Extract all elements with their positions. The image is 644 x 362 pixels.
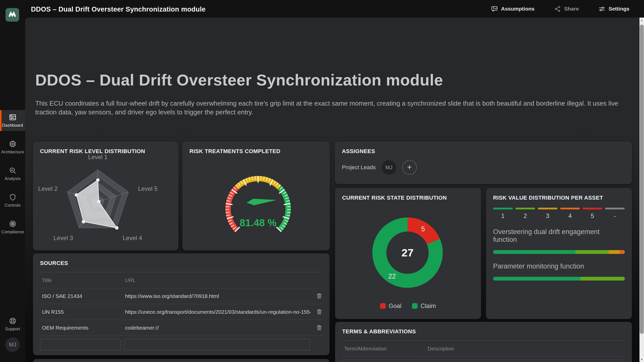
share-icon — [554, 6, 561, 12]
card-title: TERMS & ABBREVIATIONS — [342, 328, 625, 335]
sidebar-item-label: Compliance — [1, 230, 24, 235]
risk-legend-item: 5 — [583, 208, 602, 219]
risk-legend-item: 1 — [493, 208, 513, 219]
legend-label: Claim — [421, 302, 436, 309]
legend-level-label: - — [614, 212, 616, 219]
column-header: Title — [40, 277, 123, 283]
risk-legend-item: 4 — [560, 208, 580, 219]
vertical-scrollbar[interactable]: ▲ ▼ — [639, 18, 644, 362]
risk-treatments-card: RISK TREATMENTS COMPLETED 81.48 % — [182, 142, 330, 250]
settings-icon — [598, 6, 605, 12]
legend-color-line — [605, 208, 625, 209]
compliance-icon — [9, 220, 17, 228]
bar-segment-level-1 — [493, 277, 581, 281]
legend-level-label: 4 — [568, 212, 572, 219]
legend-level-label: 3 — [546, 212, 549, 219]
scrollbar-thumb[interactable] — [640, 25, 644, 334]
scroll-down-arrow-icon[interactable]: ▼ — [639, 357, 644, 362]
legend-color-line — [493, 208, 513, 209]
app-logo[interactable] — [6, 8, 19, 22]
logo-m-icon — [7, 9, 18, 20]
add-assignee-button[interactable]: + — [402, 160, 417, 175]
controls-icon — [9, 193, 17, 201]
donut-chart: 52227 — [335, 188, 481, 319]
legend-color-line — [583, 208, 602, 209]
sources-table-header: TitleURL — [40, 272, 323, 288]
legend-color-line — [560, 208, 580, 209]
button-label: Share — [564, 6, 579, 12]
sidebar-item-label: Analysis — [5, 176, 20, 181]
asset-distribution-row: Oversteering dual drift engagement funct… — [493, 228, 625, 254]
sidebar-item-label: Architecture — [1, 150, 24, 155]
new-term-input[interactable] — [342, 360, 423, 362]
source-title: UN R155 — [40, 309, 123, 315]
share-button[interactable]: Share — [554, 6, 579, 12]
sidebar-item-architecture[interactable]: Architecture — [0, 137, 25, 158]
legend-item-goal[interactable]: Goal — [380, 302, 401, 309]
sidebar-item-dashboard[interactable]: Dashboard — [0, 110, 25, 131]
legend-color-line — [515, 208, 535, 209]
risk-level-distribution-card: CURRENT RISK LEVEL DISTRIBUTION Level 1L… — [33, 142, 178, 250]
source-url: https://www.iso.org/standard/70918.html — [123, 293, 311, 299]
risk-legend-item: - — [605, 208, 625, 219]
bar-segment-level-2 — [576, 250, 609, 254]
legend-item-claim[interactable]: Claim — [412, 302, 436, 309]
window-title: DDOS – Dual Drift Oversteer Synchronizat… — [31, 6, 206, 13]
hero-section: DDOS – Dual Drift Oversteer Synchronizat… — [35, 71, 634, 117]
risk-legend-item: 2 — [515, 208, 535, 219]
terms-abbreviations-card: TERMS & ABBREVIATIONS Term/Abbreviation … — [335, 322, 632, 362]
card-title: ASSIGNEES — [342, 148, 625, 155]
assumptions-button[interactable]: Assumptions — [491, 6, 535, 12]
new-description-input[interactable] — [427, 360, 622, 362]
gauge-value-label: 81.48 % — [240, 217, 277, 228]
project-leads-row: Project Leads MJ + — [342, 160, 417, 175]
radar-axis-label: Level 1 — [88, 154, 107, 160]
asset-stacked-bar — [493, 277, 625, 281]
sidebar-item-controls[interactable]: Controls — [0, 190, 25, 211]
radar-chart: Level 1Level 2Level 3Level 4Level 5 — [33, 142, 178, 250]
new-source-title-input[interactable] — [40, 339, 121, 350]
sidebar-item-compliance[interactable]: Compliance — [0, 217, 25, 238]
sidebar-item-support[interactable]: Support — [0, 314, 25, 335]
user-avatar[interactable]: MJ — [5, 337, 20, 352]
delete-source-button[interactable] — [316, 292, 323, 300]
dashboard-icon — [9, 113, 17, 121]
trash-icon — [316, 324, 323, 331]
add-term-row — [342, 360, 625, 362]
donut-slice-value: 5 — [421, 225, 425, 233]
sidebar-item-analysis[interactable]: Analysis — [0, 163, 25, 184]
donut-legend: GoalClaim — [335, 302, 481, 309]
app-root: DDOS – Dual Drift Oversteer Synchronizat… — [0, 0, 644, 362]
legend-level-label: 2 — [524, 212, 527, 219]
analysis-icon — [9, 167, 17, 174]
delete-source-button[interactable] — [316, 308, 323, 316]
settings-button[interactable]: Settings — [598, 6, 629, 12]
risk-value-per-asset-card: RISK VALUE DISTRIBUTION PER ASSET 12345-… — [486, 188, 632, 319]
assignee-avatar[interactable]: MJ — [382, 160, 396, 175]
delete-source-button[interactable] — [316, 324, 323, 332]
risk-level-legend: 12345- — [493, 208, 625, 219]
donut-slice-value: 22 — [388, 273, 396, 280]
page-description: This ECU coordinates a full four-wheel d… — [35, 99, 634, 117]
gauge-chart: 81.48 % — [182, 142, 330, 250]
assumptions-icon — [491, 6, 498, 12]
source-title: ISO / SAE 21434 — [40, 293, 123, 299]
add-source-row — [40, 339, 323, 350]
radar-axis-label: Level 3 — [54, 235, 73, 241]
source-title: OEM Requirements — [40, 325, 123, 331]
new-source-url-input[interactable] — [125, 339, 310, 350]
main-content: DDOS – Dual Drift Oversteer Synchronizat… — [25, 18, 639, 362]
scroll-up-arrow-icon[interactable]: ▲ — [639, 18, 644, 23]
radar-axis-label: Level 2 — [38, 185, 58, 192]
radar-axis-label: Level 5 — [138, 185, 157, 192]
legend-swatch — [412, 303, 418, 309]
legend-level-label: 5 — [591, 212, 594, 219]
sources-table: TitleURLISO / SAE 21434https://www.iso.o… — [40, 272, 323, 336]
bar-segment-level-3 — [609, 250, 620, 254]
column-header: URL — [123, 277, 311, 283]
sidebar: DashboardArchitectureAnalysisControlsCom… — [0, 0, 25, 362]
sidebar-item-label: Support — [5, 327, 20, 332]
column-header: Description — [426, 346, 625, 352]
radar-axis-label: Level 4 — [123, 235, 142, 241]
architecture-icon — [9, 140, 17, 148]
